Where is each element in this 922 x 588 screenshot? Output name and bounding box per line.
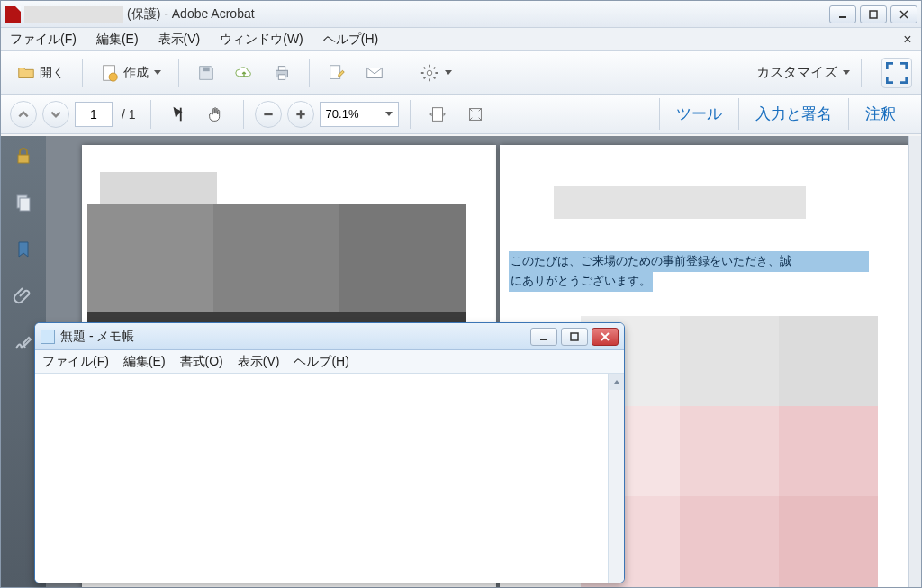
- hand-tool-button[interactable]: [200, 99, 232, 130]
- settings-button[interactable]: [413, 58, 458, 88]
- gear-icon: [420, 63, 439, 83]
- open-button[interactable]: 開く: [10, 58, 71, 88]
- toolbar-primary: 開く 作成 カスタマイズ: [1, 51, 921, 95]
- customize-label: カスタマイズ: [756, 64, 837, 81]
- page-number-input[interactable]: [75, 102, 113, 127]
- svg-rect-21: [20, 198, 30, 211]
- bookmark-icon: [13, 239, 34, 260]
- cloud-button[interactable]: [228, 58, 260, 88]
- acrobat-menubar: ファイル(F) 編集(E) 表示(V) ウィンドウ(W) ヘルプ(H) ×: [1, 28, 921, 51]
- notepad-menubar: ファイル(F) 編集(E) 書式(O) 表示(V) ヘルプ(H): [35, 350, 624, 374]
- notepad-close-button[interactable]: [592, 328, 619, 346]
- redacted-region: [680, 496, 779, 587]
- fullscreen-button[interactable]: [881, 58, 912, 88]
- cursor-select-icon: [168, 104, 188, 124]
- notepad-window: 無題 - メモ帳 ファイル(F) 編集(E) 書式(O) 表示(V) ヘルプ(H…: [34, 322, 625, 583]
- create-label: 作成: [123, 65, 149, 81]
- security-panel-button[interactable]: [13, 145, 34, 170]
- zoom-value: 70.1%: [326, 107, 359, 121]
- menu-help[interactable]: ヘルプ(H): [320, 30, 382, 50]
- fit-width-button[interactable]: [421, 99, 454, 130]
- svg-rect-6: [203, 67, 209, 71]
- redacted-region: [779, 496, 878, 587]
- fit-page-icon: [466, 104, 485, 124]
- redacted-region: [100, 172, 217, 204]
- zoom-in-button[interactable]: [287, 101, 314, 128]
- zoom-input[interactable]: 70.1%: [320, 102, 399, 127]
- tab-comment[interactable]: 注釈: [848, 98, 912, 130]
- redacted-region: [87, 204, 213, 312]
- redacted-region: [213, 204, 339, 312]
- minimize-button[interactable]: [829, 5, 856, 23]
- signatures-panel-button[interactable]: [13, 332, 34, 357]
- scroll-up-icon[interactable]: [609, 374, 624, 390]
- save-button[interactable]: [190, 58, 222, 88]
- svg-rect-23: [571, 333, 578, 340]
- page-total-label: / 1: [118, 107, 140, 122]
- chevron-down-icon: [154, 70, 161, 75]
- selected-text-line2[interactable]: にありがとうございます。: [509, 271, 653, 292]
- email-button[interactable]: [358, 58, 391, 88]
- tab-fill-sign[interactable]: 入力と署名: [738, 98, 848, 130]
- svg-rect-8: [278, 66, 285, 70]
- bookmarks-panel-button[interactable]: [13, 239, 34, 264]
- attachments-panel-button[interactable]: [13, 285, 34, 311]
- svg-rect-17: [432, 107, 442, 121]
- np-menu-view[interactable]: 表示(V): [238, 354, 280, 370]
- save-icon: [196, 63, 216, 83]
- menu-file[interactable]: ファイル(F): [6, 30, 80, 50]
- np-menu-file[interactable]: ファイル(F): [42, 354, 109, 370]
- window-title: (保護) - Adobe Acrobat: [127, 6, 255, 23]
- redacted-region: [339, 204, 466, 312]
- pages-panel-button[interactable]: [13, 192, 34, 217]
- envelope-icon: [365, 63, 384, 83]
- svg-rect-1: [870, 11, 877, 18]
- notepad-scrollbar[interactable]: [608, 374, 624, 583]
- page-down-button[interactable]: [42, 101, 69, 128]
- menu-edit[interactable]: 編集(E): [93, 30, 142, 50]
- redacted-region: [779, 406, 878, 496]
- right-panel-tabs: ツール 入力と署名 注釈: [659, 98, 912, 130]
- edit-doc-icon: [327, 63, 347, 83]
- notepad-textarea[interactable]: [35, 374, 608, 583]
- np-menu-help[interactable]: ヘルプ(H): [294, 354, 348, 370]
- pdf-file-icon: [5, 6, 21, 23]
- svg-rect-19: [18, 155, 29, 163]
- chevron-down-icon: [445, 70, 452, 75]
- create-button[interactable]: 作成: [94, 58, 167, 88]
- notepad-minimize-button[interactable]: [530, 328, 557, 346]
- chevron-down-icon: [385, 112, 393, 116]
- svg-point-5: [109, 73, 117, 81]
- signature-icon: [13, 332, 34, 354]
- notepad-body: [35, 374, 624, 583]
- document-name-redacted: [24, 6, 123, 23]
- acrobat-titlebar: (保護) - Adobe Acrobat: [1, 1, 921, 28]
- edit-button[interactable]: [321, 58, 353, 88]
- np-menu-format[interactable]: 書式(O): [180, 354, 223, 370]
- notepad-maximize-button[interactable]: [561, 328, 588, 346]
- page-up-button[interactable]: [10, 101, 37, 128]
- notepad-titlebar[interactable]: 無題 - メモ帳: [35, 323, 624, 350]
- lock-icon: [13, 145, 34, 167]
- customize-button[interactable]: カスタマイズ: [756, 64, 850, 81]
- zoom-out-button[interactable]: [255, 101, 282, 128]
- redacted-region: [680, 406, 779, 496]
- fit-width-icon: [428, 104, 447, 124]
- fit-page-button[interactable]: [459, 99, 492, 130]
- hand-icon: [206, 104, 226, 124]
- selected-text-line1[interactable]: このたびは、ご来場のための事前登録をいただき、誠: [509, 251, 869, 272]
- fullscreen-icon: [882, 59, 911, 87]
- print-button[interactable]: [266, 58, 298, 88]
- close-button[interactable]: [890, 5, 917, 23]
- document-close-button[interactable]: ×: [899, 32, 916, 48]
- tab-tools[interactable]: ツール: [659, 98, 738, 130]
- select-tool-button[interactable]: [162, 99, 194, 130]
- chevron-down-icon: [843, 70, 850, 75]
- menu-view[interactable]: 表示(V): [155, 30, 204, 50]
- pages-icon: [13, 192, 34, 213]
- np-menu-edit[interactable]: 編集(E): [123, 354, 166, 370]
- toolbar-secondary: / 1 70.1% ツール 入力と署名 注釈: [1, 95, 921, 134]
- maximize-button[interactable]: [860, 5, 887, 23]
- menu-window[interactable]: ウィンドウ(W): [216, 30, 307, 50]
- folder-open-icon: [16, 63, 36, 83]
